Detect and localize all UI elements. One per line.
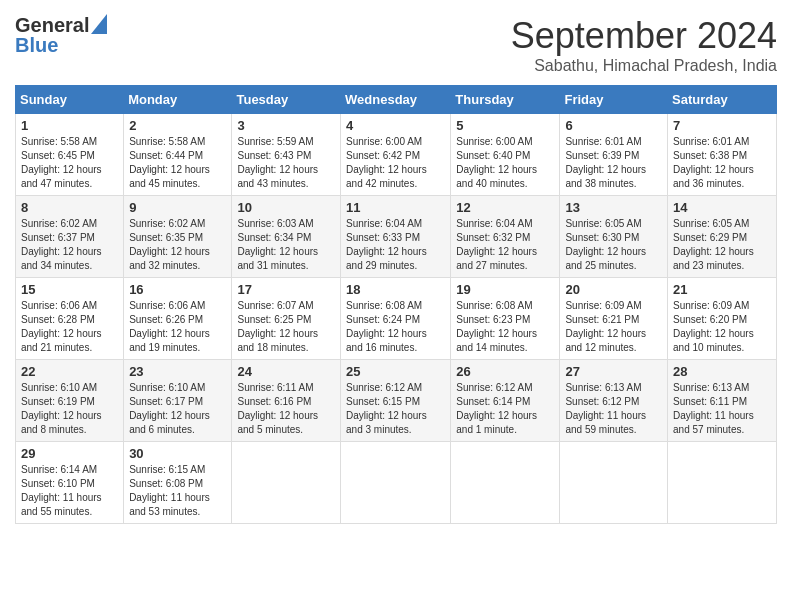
day-number: 11 bbox=[346, 200, 445, 215]
day-cell: 5Sunrise: 6:00 AM Sunset: 6:40 PM Daylig… bbox=[451, 114, 560, 196]
day-info: Sunrise: 5:58 AM Sunset: 6:44 PM Dayligh… bbox=[129, 135, 226, 191]
day-info: Sunrise: 6:02 AM Sunset: 6:35 PM Dayligh… bbox=[129, 217, 226, 273]
day-cell: 8Sunrise: 6:02 AM Sunset: 6:37 PM Daylig… bbox=[16, 196, 124, 278]
day-cell: 12Sunrise: 6:04 AM Sunset: 6:32 PM Dayli… bbox=[451, 196, 560, 278]
day-number: 17 bbox=[237, 282, 335, 297]
day-info: Sunrise: 6:02 AM Sunset: 6:37 PM Dayligh… bbox=[21, 217, 118, 273]
calendar-table: SundayMondayTuesdayWednesdayThursdayFrid… bbox=[15, 85, 777, 524]
day-info: Sunrise: 6:11 AM Sunset: 6:16 PM Dayligh… bbox=[237, 381, 335, 437]
day-number: 9 bbox=[129, 200, 226, 215]
day-cell: 21Sunrise: 6:09 AM Sunset: 6:20 PM Dayli… bbox=[668, 278, 777, 360]
week-row-4: 22Sunrise: 6:10 AM Sunset: 6:19 PM Dayli… bbox=[16, 360, 777, 442]
day-info: Sunrise: 6:01 AM Sunset: 6:39 PM Dayligh… bbox=[565, 135, 662, 191]
day-number: 19 bbox=[456, 282, 554, 297]
day-cell: 27Sunrise: 6:13 AM Sunset: 6:12 PM Dayli… bbox=[560, 360, 668, 442]
day-cell: 19Sunrise: 6:08 AM Sunset: 6:23 PM Dayli… bbox=[451, 278, 560, 360]
day-cell bbox=[341, 442, 451, 524]
day-info: Sunrise: 6:07 AM Sunset: 6:25 PM Dayligh… bbox=[237, 299, 335, 355]
weekday-header-row: SundayMondayTuesdayWednesdayThursdayFrid… bbox=[16, 86, 777, 114]
day-number: 25 bbox=[346, 364, 445, 379]
day-info: Sunrise: 6:06 AM Sunset: 6:26 PM Dayligh… bbox=[129, 299, 226, 355]
day-cell: 2Sunrise: 5:58 AM Sunset: 6:44 PM Daylig… bbox=[124, 114, 232, 196]
weekday-header-sunday: Sunday bbox=[16, 86, 124, 114]
day-number: 4 bbox=[346, 118, 445, 133]
logo: General Blue bbox=[15, 15, 107, 55]
day-info: Sunrise: 5:59 AM Sunset: 6:43 PM Dayligh… bbox=[237, 135, 335, 191]
title-area: September 2024 Sabathu, Himachal Pradesh… bbox=[511, 15, 777, 75]
day-info: Sunrise: 6:14 AM Sunset: 6:10 PM Dayligh… bbox=[21, 463, 118, 519]
day-info: Sunrise: 6:13 AM Sunset: 6:12 PM Dayligh… bbox=[565, 381, 662, 437]
day-cell: 23Sunrise: 6:10 AM Sunset: 6:17 PM Dayli… bbox=[124, 360, 232, 442]
day-info: Sunrise: 6:01 AM Sunset: 6:38 PM Dayligh… bbox=[673, 135, 771, 191]
day-info: Sunrise: 5:58 AM Sunset: 6:45 PM Dayligh… bbox=[21, 135, 118, 191]
day-number: 6 bbox=[565, 118, 662, 133]
day-cell: 22Sunrise: 6:10 AM Sunset: 6:19 PM Dayli… bbox=[16, 360, 124, 442]
day-info: Sunrise: 6:05 AM Sunset: 6:29 PM Dayligh… bbox=[673, 217, 771, 273]
day-info: Sunrise: 6:08 AM Sunset: 6:23 PM Dayligh… bbox=[456, 299, 554, 355]
weekday-header-friday: Friday bbox=[560, 86, 668, 114]
day-info: Sunrise: 6:10 AM Sunset: 6:19 PM Dayligh… bbox=[21, 381, 118, 437]
day-cell: 17Sunrise: 6:07 AM Sunset: 6:25 PM Dayli… bbox=[232, 278, 341, 360]
day-cell: 11Sunrise: 6:04 AM Sunset: 6:33 PM Dayli… bbox=[341, 196, 451, 278]
day-number: 27 bbox=[565, 364, 662, 379]
day-cell: 25Sunrise: 6:12 AM Sunset: 6:15 PM Dayli… bbox=[341, 360, 451, 442]
day-cell: 18Sunrise: 6:08 AM Sunset: 6:24 PM Dayli… bbox=[341, 278, 451, 360]
day-number: 22 bbox=[21, 364, 118, 379]
day-number: 13 bbox=[565, 200, 662, 215]
day-number: 20 bbox=[565, 282, 662, 297]
day-info: Sunrise: 6:00 AM Sunset: 6:42 PM Dayligh… bbox=[346, 135, 445, 191]
week-row-2: 8Sunrise: 6:02 AM Sunset: 6:37 PM Daylig… bbox=[16, 196, 777, 278]
weekday-header-monday: Monday bbox=[124, 86, 232, 114]
day-cell: 26Sunrise: 6:12 AM Sunset: 6:14 PM Dayli… bbox=[451, 360, 560, 442]
logo-blue: Blue bbox=[15, 35, 58, 55]
day-cell: 4Sunrise: 6:00 AM Sunset: 6:42 PM Daylig… bbox=[341, 114, 451, 196]
day-number: 5 bbox=[456, 118, 554, 133]
day-cell bbox=[560, 442, 668, 524]
day-cell: 6Sunrise: 6:01 AM Sunset: 6:39 PM Daylig… bbox=[560, 114, 668, 196]
day-info: Sunrise: 6:13 AM Sunset: 6:11 PM Dayligh… bbox=[673, 381, 771, 437]
day-number: 29 bbox=[21, 446, 118, 461]
month-title: September 2024 bbox=[511, 15, 777, 57]
day-cell: 13Sunrise: 6:05 AM Sunset: 6:30 PM Dayli… bbox=[560, 196, 668, 278]
day-number: 7 bbox=[673, 118, 771, 133]
day-cell: 7Sunrise: 6:01 AM Sunset: 6:38 PM Daylig… bbox=[668, 114, 777, 196]
weekday-header-wednesday: Wednesday bbox=[341, 86, 451, 114]
logo-general: General bbox=[15, 15, 89, 35]
day-number: 12 bbox=[456, 200, 554, 215]
day-number: 2 bbox=[129, 118, 226, 133]
day-cell bbox=[232, 442, 341, 524]
weekday-header-thursday: Thursday bbox=[451, 86, 560, 114]
day-info: Sunrise: 6:12 AM Sunset: 6:14 PM Dayligh… bbox=[456, 381, 554, 437]
day-info: Sunrise: 6:15 AM Sunset: 6:08 PM Dayligh… bbox=[129, 463, 226, 519]
day-number: 26 bbox=[456, 364, 554, 379]
location-subtitle: Sabathu, Himachal Pradesh, India bbox=[511, 57, 777, 75]
day-number: 10 bbox=[237, 200, 335, 215]
week-row-1: 1Sunrise: 5:58 AM Sunset: 6:45 PM Daylig… bbox=[16, 114, 777, 196]
day-number: 1 bbox=[21, 118, 118, 133]
day-info: Sunrise: 6:06 AM Sunset: 6:28 PM Dayligh… bbox=[21, 299, 118, 355]
day-number: 16 bbox=[129, 282, 226, 297]
day-cell: 1Sunrise: 5:58 AM Sunset: 6:45 PM Daylig… bbox=[16, 114, 124, 196]
day-number: 15 bbox=[21, 282, 118, 297]
day-cell: 30Sunrise: 6:15 AM Sunset: 6:08 PM Dayli… bbox=[124, 442, 232, 524]
day-number: 23 bbox=[129, 364, 226, 379]
day-cell: 28Sunrise: 6:13 AM Sunset: 6:11 PM Dayli… bbox=[668, 360, 777, 442]
day-cell: 29Sunrise: 6:14 AM Sunset: 6:10 PM Dayli… bbox=[16, 442, 124, 524]
day-cell: 20Sunrise: 6:09 AM Sunset: 6:21 PM Dayli… bbox=[560, 278, 668, 360]
logo-triangle-icon bbox=[91, 14, 107, 34]
day-number: 30 bbox=[129, 446, 226, 461]
week-row-5: 29Sunrise: 6:14 AM Sunset: 6:10 PM Dayli… bbox=[16, 442, 777, 524]
day-number: 18 bbox=[346, 282, 445, 297]
day-cell: 14Sunrise: 6:05 AM Sunset: 6:29 PM Dayli… bbox=[668, 196, 777, 278]
day-number: 28 bbox=[673, 364, 771, 379]
weekday-header-saturday: Saturday bbox=[668, 86, 777, 114]
day-info: Sunrise: 6:09 AM Sunset: 6:20 PM Dayligh… bbox=[673, 299, 771, 355]
day-info: Sunrise: 6:05 AM Sunset: 6:30 PM Dayligh… bbox=[565, 217, 662, 273]
day-info: Sunrise: 6:03 AM Sunset: 6:34 PM Dayligh… bbox=[237, 217, 335, 273]
day-info: Sunrise: 6:10 AM Sunset: 6:17 PM Dayligh… bbox=[129, 381, 226, 437]
day-number: 14 bbox=[673, 200, 771, 215]
day-number: 8 bbox=[21, 200, 118, 215]
day-cell bbox=[451, 442, 560, 524]
weekday-header-tuesday: Tuesday bbox=[232, 86, 341, 114]
day-info: Sunrise: 6:09 AM Sunset: 6:21 PM Dayligh… bbox=[565, 299, 662, 355]
